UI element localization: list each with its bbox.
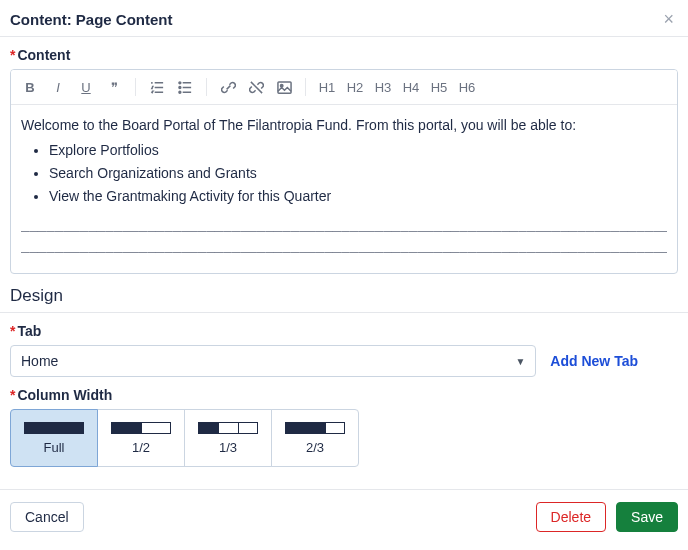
editor-bullet: Search Organizations and Grants: [49, 163, 667, 184]
close-icon[interactable]: ×: [663, 10, 674, 28]
bold-button[interactable]: B: [17, 74, 43, 100]
unordered-list-button[interactable]: [172, 74, 198, 100]
editor-bullet: View the Grantmaking Activity for this Q…: [49, 186, 667, 207]
svg-rect-3: [277, 81, 290, 92]
column-width-option-two-thirds[interactable]: 2/3: [271, 409, 359, 467]
chevron-down-icon: ▼: [515, 356, 525, 367]
svg-point-2: [178, 91, 180, 93]
column-width-option-label: 1/3: [219, 440, 237, 455]
h4-button[interactable]: H4: [398, 74, 424, 100]
link-button[interactable]: [215, 74, 241, 100]
rich-text-editor: B I U ❞: [10, 69, 678, 274]
editor-content[interactable]: Welcome to the Board Portal of The Filan…: [11, 105, 677, 273]
image-button[interactable]: [271, 74, 297, 100]
design-heading: Design: [10, 286, 678, 306]
unlink-icon: [249, 80, 264, 95]
editor-divider-line: ________________________________________…: [21, 213, 667, 234]
quote-button[interactable]: ❞: [101, 74, 127, 100]
editor-toolbar: B I U ❞: [11, 70, 677, 105]
h6-button[interactable]: H6: [454, 74, 480, 100]
underline-button[interactable]: U: [73, 74, 99, 100]
h1-button[interactable]: H1: [314, 74, 340, 100]
link-icon: [221, 80, 236, 95]
editor-intro-text: Welcome to the Board Portal of The Filan…: [21, 115, 667, 136]
editor-bullet: Explore Portfolios: [49, 140, 667, 161]
svg-point-1: [178, 86, 180, 88]
unlink-button[interactable]: [243, 74, 269, 100]
unordered-list-icon: [178, 80, 193, 95]
column-width-label: *Column Width: [10, 387, 678, 403]
tab-label: *Tab: [10, 323, 678, 339]
ordered-list-button[interactable]: [144, 74, 170, 100]
tab-select-value: Home: [21, 353, 58, 369]
cancel-button[interactable]: Cancel: [10, 502, 84, 532]
column-width-option-label: Full: [44, 440, 65, 455]
column-width-option-label: 2/3: [306, 440, 324, 455]
save-button[interactable]: Save: [616, 502, 678, 532]
tab-select[interactable]: Home ▼: [10, 345, 536, 377]
image-icon: [277, 80, 292, 95]
modal-title: Content: Page Content: [10, 11, 173, 28]
column-width-option-third[interactable]: 1/3: [184, 409, 272, 467]
italic-button[interactable]: I: [45, 74, 71, 100]
ordered-list-icon: [150, 80, 165, 95]
column-width-option-full[interactable]: Full: [10, 409, 98, 467]
add-new-tab-link[interactable]: Add New Tab: [550, 353, 678, 369]
delete-button[interactable]: Delete: [536, 502, 606, 532]
svg-point-0: [178, 81, 180, 83]
column-width-option-label: 1/2: [132, 440, 150, 455]
h5-button[interactable]: H5: [426, 74, 452, 100]
content-label: *Content: [10, 47, 678, 63]
editor-divider-line: ________________________________________…: [21, 234, 667, 255]
h3-button[interactable]: H3: [370, 74, 396, 100]
h2-button[interactable]: H2: [342, 74, 368, 100]
column-width-option-half[interactable]: 1/2: [97, 409, 185, 467]
